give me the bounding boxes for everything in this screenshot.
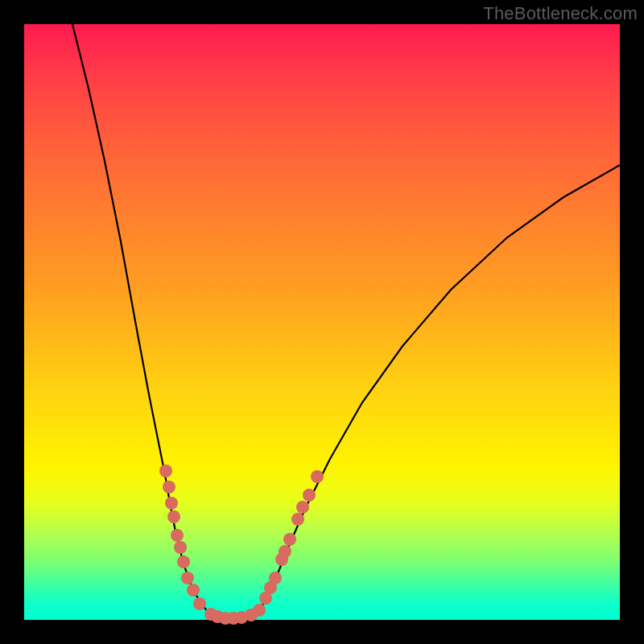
curve-svg [24, 24, 620, 620]
marker-dot [177, 555, 190, 568]
watermark-text: TheBottleneck.com [483, 3, 638, 24]
curve-left [72, 24, 209, 613]
marker-dot [269, 572, 282, 584]
curve-group [72, 24, 620, 619]
marker-dot [303, 489, 316, 502]
marker-dot [193, 597, 206, 610]
marker-group [159, 464, 324, 625]
marker-dot [181, 572, 194, 584]
curve-right [258, 165, 620, 613]
marker-dot [167, 510, 180, 523]
marker-dot [171, 529, 184, 542]
marker-dot [253, 604, 266, 617]
marker-dot [159, 464, 172, 477]
marker-dot [187, 584, 200, 597]
marker-dot [311, 470, 324, 483]
marker-dot [283, 533, 296, 546]
chart-stage: TheBottleneck.com [0, 0, 644, 644]
marker-dot [174, 541, 187, 554]
plot-area [24, 24, 620, 620]
marker-dot [163, 481, 175, 493]
marker-dot [291, 513, 304, 526]
marker-dot [296, 501, 309, 514]
marker-dot [165, 497, 178, 510]
marker-dot [279, 545, 291, 558]
